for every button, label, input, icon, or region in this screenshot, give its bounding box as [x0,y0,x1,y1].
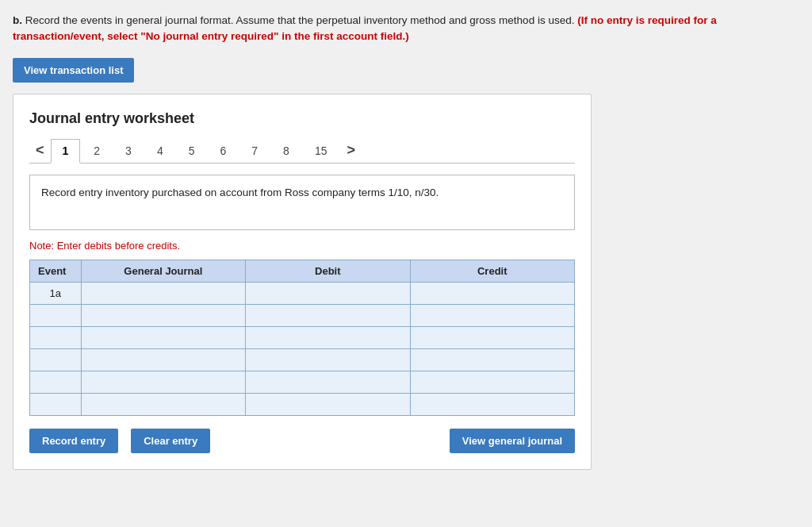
tab-3[interactable]: 3 [113,139,144,162]
debit-cell-3[interactable] [246,348,410,371]
event-cell-5 [30,393,82,415]
card-title: Journal entry worksheet [29,110,575,127]
journal-input-0[interactable] [82,283,245,304]
event-cell-1 [30,304,82,326]
table-row [30,371,575,393]
tab-2[interactable]: 2 [82,139,112,162]
tab-8[interactable]: 8 [271,139,301,162]
table-row: 1a [30,282,575,304]
debit-cell-4[interactable] [246,371,410,393]
debit-input-2[interactable] [246,327,409,348]
debit-input-4[interactable] [246,371,409,393]
journal-cell-5[interactable] [81,393,245,415]
table-row [30,326,575,348]
journal-input-2[interactable] [82,327,245,348]
journal-cell-0[interactable] [81,282,245,304]
event-cell-4 [30,371,82,393]
view-transaction-list-button[interactable]: View transaction list [13,58,134,83]
instructions-paragraph: b. Record the events in general journal … [13,13,799,45]
table-row [30,348,575,371]
view-general-journal-button[interactable]: View general journal [450,429,575,453]
tab-1[interactable]: 1 [51,139,81,163]
credit-input-4[interactable] [411,371,574,393]
debit-input-3[interactable] [246,349,409,371]
journal-cell-4[interactable] [81,371,245,393]
event-cell-2 [30,326,82,348]
journal-input-1[interactable] [82,305,245,326]
bottom-buttons: Record entry Clear entry View general jo… [29,429,575,453]
event-cell-0: 1a [30,282,82,304]
prev-tab-arrow[interactable]: < [29,139,51,162]
next-tab-arrow[interactable]: > [340,139,362,162]
credit-input-5[interactable] [411,394,574,415]
credit-input-1[interactable] [411,305,574,326]
credit-cell-2[interactable] [410,326,574,348]
tab-6[interactable]: 6 [209,139,239,162]
tabs-navigation: < 1 2 3 4 5 6 7 8 15 > [29,138,575,163]
credit-cell-5[interactable] [410,393,574,415]
part-b-text: Record the events in general journal for… [25,14,575,26]
journal-cell-1[interactable] [81,304,245,326]
debit-cell-1[interactable] [246,304,410,326]
credit-cell-0[interactable] [410,282,574,304]
tab-15[interactable]: 15 [303,139,339,162]
col-header-journal: General Journal [81,260,245,282]
tab-4[interactable]: 4 [145,139,175,162]
col-header-debit: Debit [246,260,410,282]
part-b-label: b. [13,14,22,26]
debit-cell-0[interactable] [246,282,410,304]
journal-card: Journal entry worksheet < 1 2 3 4 5 6 7 … [13,94,592,470]
col-header-credit: Credit [410,260,574,282]
debit-cell-5[interactable] [246,393,410,415]
journal-input-5[interactable] [82,394,245,415]
journal-input-4[interactable] [82,371,245,393]
record-entry-button[interactable]: Record entry [29,429,118,453]
clear-entry-button[interactable]: Clear entry [131,429,210,453]
credit-cell-1[interactable] [410,304,574,326]
note-text: Note: Enter debits before credits. [29,240,575,252]
journal-cell-2[interactable] [81,326,245,348]
credit-cell-4[interactable] [410,371,574,393]
journal-input-3[interactable] [82,349,245,371]
entry-description: Record entry inventory purchased on acco… [29,175,575,230]
tab-5[interactable]: 5 [177,139,207,162]
col-header-event: Event [30,260,82,282]
table-row [30,304,575,326]
tab-7[interactable]: 7 [239,139,270,162]
debit-input-0[interactable] [246,283,409,304]
debit-input-1[interactable] [246,305,409,326]
journal-table: Event General Journal Debit Credit 1a [29,260,575,416]
event-cell-3 [30,348,82,371]
debit-input-5[interactable] [246,394,409,415]
table-row [30,393,575,415]
credit-input-0[interactable] [411,283,574,304]
credit-cell-3[interactable] [410,348,574,371]
credit-input-3[interactable] [411,349,574,371]
journal-cell-3[interactable] [81,348,245,371]
credit-input-2[interactable] [411,327,574,348]
debit-cell-2[interactable] [246,326,410,348]
